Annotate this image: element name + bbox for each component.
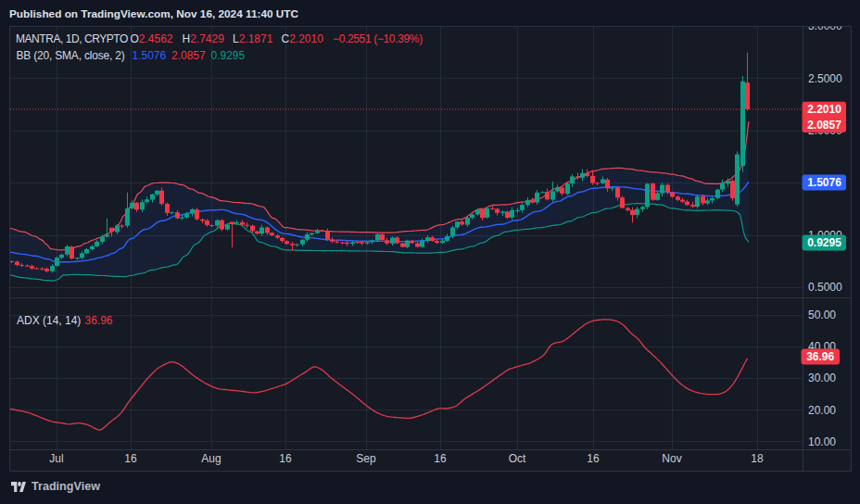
svg-text:0.5000: 0.5000 [808,281,842,294]
svg-text:16: 16 [434,452,447,465]
svg-text:30.00: 30.00 [808,372,836,384]
svg-text:20.00: 20.00 [808,404,836,417]
svg-text:Aug: Aug [201,452,221,465]
svg-text:16: 16 [124,452,137,465]
svg-text:L2.1871: L2.1871 [233,32,273,45]
svg-text:50.00: 50.00 [808,309,836,321]
svg-text:0.9295: 0.9295 [807,236,841,249]
svg-text:Nov: Nov [662,452,681,465]
svg-text:BB (20, SMA, close, 2): BB (20, SMA, close, 2) [17,49,125,62]
svg-text:TradingView: TradingView [32,480,100,493]
svg-text:18: 18 [751,452,764,465]
svg-text:2.5000: 2.5000 [808,72,842,85]
svg-text:0.9295: 0.9295 [211,49,246,62]
svg-text:36.96: 36.96 [806,350,834,363]
svg-text:1.5076: 1.5076 [133,49,167,62]
svg-text:2.2010: 2.2010 [807,103,841,116]
svg-text:10.00: 10.00 [808,435,836,448]
svg-text:O2.4562: O2.4562 [131,32,173,45]
svg-text:Oct: Oct [509,452,526,465]
svg-text:ADX (14, 14): ADX (14, 14) [17,314,81,327]
svg-text:Sep: Sep [356,452,376,465]
svg-text:16: 16 [587,452,600,465]
svg-text:H2.7429: H2.7429 [183,32,225,45]
svg-text:2.0857: 2.0857 [807,119,841,132]
svg-text:C2.2010: C2.2010 [282,32,324,45]
svg-text:Jul: Jul [49,452,63,465]
svg-text:16: 16 [279,452,292,465]
svg-text:1.5076: 1.5076 [807,176,841,189]
svg-text:MANTRA, 1D, CRYPTO: MANTRA, 1D, CRYPTO [16,32,128,45]
svg-text:2.0857: 2.0857 [171,49,206,62]
svg-text:−0.2551 (−10.39%): −0.2551 (−10.39%) [333,32,423,45]
svg-text:Published on TradingView.com,: Published on TradingView.com, Nov 16, 20… [9,7,299,20]
svg-text:36.96: 36.96 [85,314,113,327]
